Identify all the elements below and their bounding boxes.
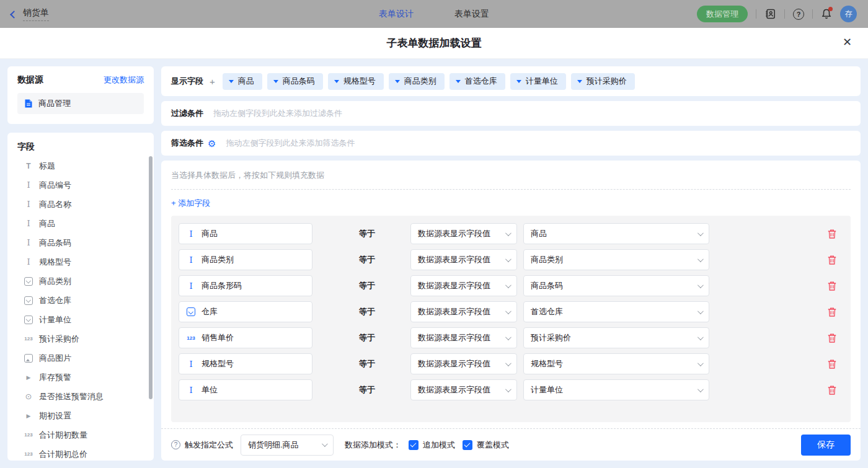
tab-form-settings[interactable]: 表单设置 [454,9,489,20]
text-icon: I [24,200,33,209]
trigger-formula-select[interactable]: 销货明细.商品 [241,435,334,456]
target-field-box[interactable]: I商品类别 [179,249,312,270]
display-field-tag[interactable]: 预计采购价 [571,73,635,90]
trash-icon[interactable] [827,333,837,343]
source-field-value: 商品条码 [531,280,563,291]
source-field-select[interactable]: 首选仓库 [523,301,709,322]
source-field-select[interactable]: 预计采购价 [523,327,709,348]
group-arrow-icon: ▶ [24,413,33,419]
field-item[interactable]: ▶库存预警 [17,368,154,387]
field-item[interactable]: I商品名称 [17,195,154,214]
target-field-box[interactable]: I商品 [179,223,312,244]
source-field-select[interactable]: 规格型号 [523,353,709,374]
number-icon: 123 [24,432,33,438]
target-field-box[interactable]: I单位 [179,379,312,400]
target-field-box[interactable]: I商品条形码 [179,275,312,296]
trigger-formula-label: 触发指定公式 [185,439,233,451]
field-item[interactable]: 123合计期初数量 [17,425,154,444]
target-field-box[interactable]: 仓库 [179,301,312,322]
change-datasource-link[interactable]: 更改数据源 [104,74,144,86]
dropdown-triangle-icon [334,80,339,83]
screen-condition-panel[interactable]: 筛选条件 ⚙ 拖动左侧字段到此处来添加筛选条件 [161,131,861,156]
field-item[interactable]: 商品图片 [17,348,154,368]
field-item[interactable]: 123合计期初总价 [17,444,154,461]
target-field-box[interactable]: I规格型号 [179,353,312,374]
filter-condition-panel[interactable]: 过滤条件 拖动左侧字段到此处来添加过滤条件 [161,101,861,126]
trash-icon[interactable] [827,255,837,265]
source-type-select[interactable]: 数据源表显示字段值 [410,275,517,296]
data-manage-button[interactable]: 数据管理 [697,6,748,22]
field-label: 标题 [39,161,55,172]
help-icon[interactable]: ? [793,9,804,20]
source-field-select[interactable]: 商品类别 [523,249,709,270]
trash-icon[interactable] [827,281,837,291]
field-label: 合计期初数量 [39,430,87,441]
radio-icon: ⊙ [24,392,33,401]
display-field-tag[interactable]: 商品 [223,73,262,90]
avatar[interactable]: 存 [840,6,857,22]
scrollbar-thumb[interactable] [149,156,153,399]
field-item[interactable]: ⊙是否推送预警消息 [17,387,154,406]
source-type-select[interactable]: 数据源表显示字段值 [410,249,517,270]
field-item[interactable]: 商品类别 [17,272,154,291]
trash-icon[interactable] [827,359,837,369]
add-display-field-button[interactable]: + [210,76,215,87]
contacts-icon[interactable] [764,8,776,20]
source-field-select[interactable]: 计量单位 [523,379,709,400]
back-button[interactable]: 销货单 [11,7,49,21]
source-field-select[interactable]: 商品条码 [523,275,709,296]
field-item[interactable]: I商品条码 [17,233,154,252]
display-field-tag[interactable]: 商品条码 [267,73,323,90]
field-item[interactable]: 首选仓库 [17,291,154,310]
field-label: 商品名称 [39,199,71,210]
source-type-select[interactable]: 数据源表显示字段值 [410,327,517,348]
tab-form-design[interactable]: 表单设计 [379,9,414,20]
source-type-select[interactable]: 数据源表显示字段值 [410,223,517,244]
field-item[interactable]: I规格型号 [17,252,154,272]
field-item[interactable]: I商品 [17,214,154,233]
filter-placeholder: 拖动左侧字段到此处来添加过滤条件 [213,108,342,119]
dropdown-triangle-icon [273,80,278,83]
help-circle-icon[interactable]: ? [171,440,180,449]
target-field-label: 商品 [202,228,218,239]
save-button[interactable]: 保存 [801,435,851,456]
form-name[interactable]: 销货单 [23,7,49,21]
close-icon[interactable]: ✕ [843,37,852,48]
gear-icon[interactable]: ⚙ [208,139,216,148]
screen-condition-label: 筛选条件 [171,138,203,149]
source-field-value: 首选仓库 [531,306,563,317]
display-field-tag[interactable]: 计量单位 [510,73,566,90]
source-type-value: 数据源表显示字段值 [418,254,490,265]
target-field-label: 单位 [202,384,218,395]
notification-bell-icon[interactable] [821,8,832,20]
target-field-label: 规格型号 [202,358,234,369]
field-item[interactable]: ▶期初设置 [17,406,154,425]
trash-icon[interactable] [827,307,837,317]
fields-title: 字段 [17,141,154,152]
source-type-select[interactable]: 数据源表显示字段值 [410,301,517,322]
field-item[interactable]: 计量单位 [17,310,154,329]
checkbox-checked-icon [463,440,472,450]
select-icon [24,316,33,324]
field-item[interactable]: I商品编号 [17,175,154,195]
fields-card: 字段 T标题 I商品编号 I商品名称 I商品 I商品条码 I规格型号 商品类别 … [7,133,154,461]
trash-icon[interactable] [827,385,837,395]
overwrite-mode-checkbox[interactable]: 覆盖模式 [463,439,509,451]
tag-label: 商品条码 [283,76,315,87]
rule-row: I规格型号 等于 数据源表显示字段值 规格型号 [179,353,843,374]
source-type-select[interactable]: 数据源表显示字段值 [410,353,517,374]
append-mode-checkbox[interactable]: 追加模式 [409,439,455,451]
field-label: 商品类别 [39,276,71,287]
display-field-tag[interactable]: 首选仓库 [450,73,505,90]
rule-row: I商品条形码 等于 数据源表显示字段值 商品条码 [179,275,843,296]
field-item[interactable]: T标题 [17,156,154,175]
display-field-tag[interactable]: 商品类别 [389,73,445,90]
trash-icon[interactable] [827,229,837,239]
source-type-select[interactable]: 数据源表显示字段值 [410,379,517,400]
field-item[interactable]: 123预计采购价 [17,329,154,348]
add-rule-field-button[interactable]: + 添加字段 [171,198,210,209]
target-field-box[interactable]: 123销售单价 [179,327,312,348]
datasource-item[interactable]: 商品管理 [17,93,144,114]
source-field-select[interactable]: 商品 [523,223,709,244]
display-field-tag[interactable]: 规格型号 [328,73,384,90]
